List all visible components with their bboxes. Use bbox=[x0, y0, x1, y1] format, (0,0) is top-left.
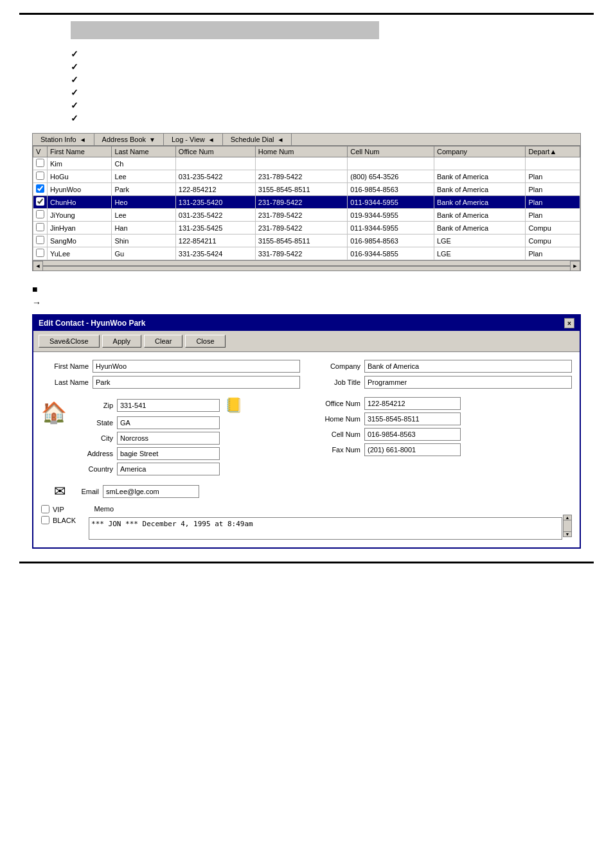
table-cell: Han bbox=[112, 222, 175, 235]
table-cell: 331-235-5424 bbox=[175, 247, 255, 260]
row-checkbox-cell[interactable] bbox=[33, 196, 48, 209]
company-input[interactable] bbox=[364, 360, 572, 373]
black-checkbox[interactable] bbox=[41, 516, 49, 524]
table-cell: 231-789-5422 bbox=[255, 209, 348, 222]
tab-schedule-dial[interactable]: Schedule Dial ◄ bbox=[223, 134, 292, 145]
row-checkbox-cell[interactable] bbox=[33, 222, 48, 235]
col-header-dept[interactable]: Depart▲ bbox=[526, 146, 580, 157]
close-button[interactable]: Close bbox=[185, 335, 225, 348]
row-checkbox[interactable] bbox=[36, 197, 44, 206]
table-cell: 3155-8545-8511 bbox=[255, 235, 348, 247]
first-name-input[interactable] bbox=[93, 360, 300, 373]
table-row[interactable]: JinHyanHan131-235-5425231-789-5422011-93… bbox=[33, 222, 580, 235]
email-input[interactable] bbox=[103, 485, 199, 498]
col-header-first-name[interactable]: First Name bbox=[48, 146, 112, 157]
table-cell: Lee bbox=[112, 209, 175, 222]
phone-section: Office Num Home Num Cell Num Fax Num bbox=[313, 397, 572, 459]
col-header-home-num[interactable]: Home Num bbox=[255, 146, 348, 157]
scroll-right-btn[interactable]: ► bbox=[570, 261, 580, 271]
col-header-cell-num[interactable]: Cell Num bbox=[348, 146, 434, 157]
check-item-2: ✓ bbox=[71, 62, 594, 72]
last-name-input[interactable] bbox=[93, 376, 300, 389]
table-cell: 016-9854-8563 bbox=[348, 183, 434, 196]
table-row[interactable]: SangMoShin122-8542113155-8545-8511016-98… bbox=[33, 235, 580, 247]
table-cell: Plan bbox=[526, 247, 580, 260]
table-row[interactable]: YuLeeGu331-235-5424331-789-5422016-9344-… bbox=[33, 247, 580, 260]
city-input[interactable] bbox=[117, 432, 220, 445]
row-checkbox[interactable] bbox=[36, 210, 44, 218]
col-header-office-num[interactable]: Office Num bbox=[175, 146, 255, 157]
city-label: City bbox=[72, 434, 117, 442]
home-num-input[interactable] bbox=[364, 412, 461, 425]
vip-checkbox[interactable] bbox=[41, 505, 49, 513]
dialog-close-button[interactable]: × bbox=[564, 318, 574, 328]
apply-button[interactable]: Apply bbox=[102, 335, 142, 348]
row-checkbox[interactable] bbox=[36, 236, 44, 244]
black-label: BLACK bbox=[53, 517, 76, 524]
row-checkbox-cell[interactable] bbox=[33, 157, 48, 170]
cell-num-input[interactable] bbox=[364, 428, 461, 441]
save-close-button[interactable]: Save&Close bbox=[39, 335, 100, 348]
tab-address-book[interactable]: Address Book ▼ bbox=[94, 134, 164, 145]
dialog-content: First Name Last Name Company Job bbox=[33, 352, 580, 547]
state-label: State bbox=[72, 419, 117, 427]
clear-button[interactable]: Clear bbox=[144, 335, 182, 348]
table-cell: Plan bbox=[526, 183, 580, 196]
table-row[interactable]: JiYoungLee031-235-5422231-789-5422019-93… bbox=[33, 209, 580, 222]
bullet-symbol: ■ bbox=[32, 284, 581, 294]
tab-station-info[interactable]: Station Info ◄ bbox=[33, 134, 94, 145]
office-num-input[interactable] bbox=[364, 397, 461, 410]
horizontal-scrollbar[interactable]: ◄ ► bbox=[33, 260, 580, 270]
office-num-label: Office Num bbox=[313, 400, 364, 407]
col-header-v[interactable]: V bbox=[33, 146, 48, 157]
memo-scrollbar[interactable]: ▲ ▼ bbox=[563, 515, 572, 537]
zip-row: Zip 📒 bbox=[72, 397, 300, 414]
memo-scroll-up[interactable]: ▲ bbox=[564, 515, 571, 520]
table-row[interactable]: ChunHoHeo131-235-5420231-789-5422011-934… bbox=[33, 196, 580, 209]
row-checkbox-cell[interactable] bbox=[33, 209, 48, 222]
table-cell: HoGu bbox=[48, 170, 112, 183]
row-checkbox-cell[interactable] bbox=[33, 170, 48, 183]
table-cell: Bank of America bbox=[434, 170, 525, 183]
row-checkbox-cell[interactable] bbox=[33, 235, 48, 247]
job-title-input[interactable] bbox=[364, 376, 572, 389]
scroll-bar-track[interactable] bbox=[43, 265, 570, 267]
row-checkbox-cell[interactable] bbox=[33, 183, 48, 196]
table-row[interactable]: HyunWooPark122-8542123155-8545-8511016-9… bbox=[33, 183, 580, 196]
email-label: Email bbox=[71, 488, 103, 495]
row-checkbox[interactable] bbox=[36, 172, 44, 180]
table-row[interactable]: KimCh bbox=[33, 157, 580, 170]
tab-log-view[interactable]: Log - View ◄ bbox=[164, 134, 223, 145]
memo-textarea[interactable]: *** JON *** December 4, 1995 at 8:49am bbox=[89, 517, 562, 540]
table-cell: Lee bbox=[112, 170, 175, 183]
state-input[interactable] bbox=[117, 416, 220, 429]
table-cell: 122-854212 bbox=[175, 183, 255, 196]
row-checkbox[interactable] bbox=[36, 159, 44, 167]
first-name-label: First Name bbox=[41, 362, 93, 370]
vip-row: VIP bbox=[41, 505, 76, 513]
col-header-company[interactable]: Company bbox=[434, 146, 525, 157]
row-checkbox[interactable] bbox=[36, 249, 44, 257]
home-num-label: Home Num bbox=[313, 415, 364, 423]
table-cell: SangMo bbox=[48, 235, 112, 247]
row-checkbox-cell[interactable] bbox=[33, 247, 48, 260]
memo-scroll-down[interactable]: ▼ bbox=[564, 531, 571, 536]
home-num-row: Home Num bbox=[313, 412, 572, 425]
fax-num-input[interactable] bbox=[364, 443, 461, 456]
middle-section: ■ → bbox=[32, 284, 581, 308]
zip-input[interactable] bbox=[117, 399, 220, 412]
address-fields: Zip 📒 State City Add bbox=[72, 397, 300, 478]
address-input[interactable] bbox=[117, 447, 220, 460]
table-cell bbox=[255, 157, 348, 170]
scroll-left-btn[interactable]: ◄ bbox=[33, 261, 43, 271]
table-cell: 122-854211 bbox=[175, 235, 255, 247]
check-icon-2: ✓ bbox=[71, 62, 78, 72]
row-checkbox[interactable] bbox=[36, 184, 44, 193]
table-cell: JiYoung bbox=[48, 209, 112, 222]
country-input[interactable] bbox=[117, 463, 220, 475]
row-checkbox[interactable] bbox=[36, 223, 44, 231]
table-row[interactable]: HoGuLee031-235-5422231-789-5422(800) 654… bbox=[33, 170, 580, 183]
table-cell: ChunHo bbox=[48, 196, 112, 209]
col-header-last-name[interactable]: Last Name bbox=[112, 146, 175, 157]
table-cell: 016-9344-5855 bbox=[348, 247, 434, 260]
